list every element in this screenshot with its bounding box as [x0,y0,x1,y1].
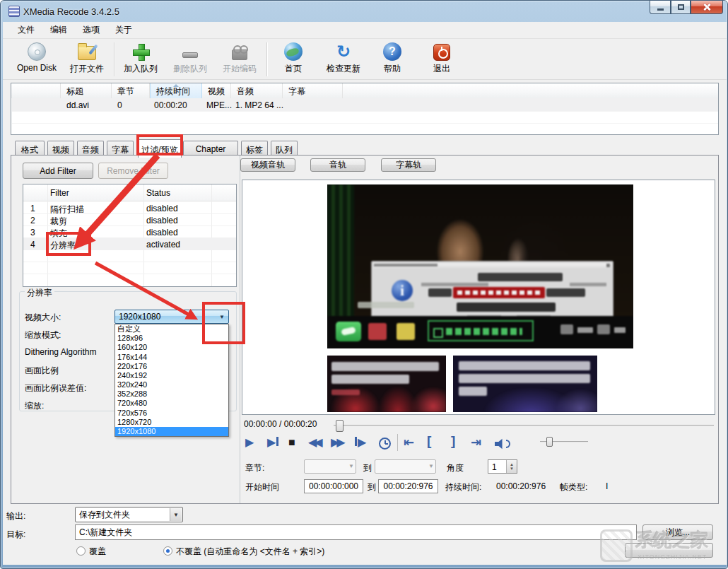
minimize-button[interactable] [650,1,671,14]
dropdown-option[interactable]: 160x120 [115,343,228,352]
dropdown-option-selected[interactable]: 1920x1080 [115,427,228,436]
toolbar-check-update-button[interactable]: ↻ 检查更新 [319,42,368,78]
no-overwrite-radio[interactable] [163,546,172,556]
filter-preview-page: Add Filter Remove Filter Filter Status 1… [11,155,719,504]
toolbar-start-encode-button[interactable]: 开始编码 [218,42,262,78]
duration-label: 持续时间: [445,481,481,493]
dropdown-option[interactable]: 352x288 [115,389,228,399]
fast-forward-button[interactable]: ▶▶ [331,435,343,450]
volume-icon[interactable] [495,438,507,450]
start-time-input[interactable]: 00:00:00:000 [304,479,363,493]
seek-slider-thumb[interactable] [336,420,344,432]
chevron-down-icon[interactable]: ▼ [170,508,182,521]
next-frame-button[interactable]: ▶ [267,435,278,450]
audio-track-button[interactable]: 音轨 [310,158,365,172]
maximize-button[interactable] [671,1,691,14]
column-header-duration[interactable]: 持续时间 [150,83,202,98]
end-time-input[interactable]: 00:00:20:976 [378,479,438,493]
filter-table[interactable]: Filter Status 1 隔行扫描 disabled 2 裁剪 disab… [23,184,237,287]
related-thumbnail [327,356,446,412]
row-num: 3 [30,228,35,237]
subtitle-track-button[interactable]: 字幕轨 [381,158,436,172]
chapter-to-combobox[interactable]: ▼ [375,459,436,474]
no-overwrite-label: 不覆盖 (自动重命名为 <文件名 + 索引>) [176,546,324,558]
stop-button[interactable]: ■ [288,435,295,450]
close-button[interactable] [691,1,723,14]
header-label: 持续时间 [156,86,190,96]
output-mode-combobox[interactable]: 保存到文件夹 ▼ [75,507,183,522]
toolbar-open-file-button[interactable]: 打开文件 [65,42,109,78]
toolbar-open-disk-button[interactable]: Open Disk [11,42,62,78]
column-header-subtitle[interactable]: 字幕 [283,83,343,98]
angle-spinner[interactable]: 1 ▲▼ [488,459,517,474]
row-num: 4 [30,240,35,250]
menu-file[interactable]: 文件 [10,22,42,38]
video-size-combobox[interactable]: 1920x1080 ▼ [115,310,229,324]
play-button[interactable]: ▶ [245,435,254,450]
dropdown-option[interactable]: 320x240 [115,380,228,389]
column-header-chapter[interactable]: 章节 [112,83,150,98]
toolbar-remove-queue-button[interactable]: 删除队列 [168,42,212,78]
obscured-button[interactable] [625,543,713,558]
column-header-audio[interactable]: 音频 [231,83,283,98]
tab-filter-preview[interactable]: 过滤/预览 [138,139,182,158]
column-line [143,184,144,286]
dropdown-option[interactable]: 240x192 [115,371,228,380]
close-icon [703,3,711,11]
seek-slider-track[interactable] [334,425,714,426]
rewind-button[interactable]: ◀◀ [308,435,320,450]
plus-icon [131,42,151,61]
resolution-group-title: 分辨率 [25,287,54,299]
goto-start-mark-button[interactable]: ⇤ [404,435,414,450]
video-size-dropdown-list[interactable]: 自定义 128x96 160x120 176x144 220x176 240x1… [115,324,229,437]
volume-slider-thumb[interactable] [546,437,553,447]
cell-audio: 1. MP2 64 ... [235,100,283,110]
info-icon: i [392,280,413,301]
toolbar-help-button[interactable]: ? 帮助 [372,42,413,78]
mark-start-button[interactable]: [ [427,434,431,448]
clock-timer-button[interactable] [379,438,391,450]
dropdown-option[interactable]: 自定义 [115,324,228,334]
target-path-input[interactable]: C:\新建文件夹 [75,524,637,540]
chevron-down-icon[interactable]: ▼ [216,311,228,322]
browse-button[interactable]: 浏览... [642,524,713,540]
filter-status: disabled [146,204,178,213]
tab-label: 音频 [82,145,99,155]
add-filter-button[interactable]: Add Filter [23,163,93,179]
dropdown-option[interactable]: 720x480 [115,399,228,408]
spinner-arrows-icon[interactable]: ▲▼ [506,460,517,473]
toolbar-separator [266,42,267,76]
mark-end-button[interactable]: ] [451,434,455,448]
dropdown-option[interactable]: 220x176 [115,362,228,371]
button-label: 音轨 [329,159,346,171]
thumbs-down-icon [597,324,610,334]
trim-to-label: 到 [368,481,376,493]
job-list[interactable]: 标题 章节 持续时间 视频 音频 字幕 dd.avi 0 00:00:20 MP… [11,83,719,135]
menu-about[interactable]: 关于 [107,22,140,38]
overwrite-radio[interactable] [76,546,86,556]
menu-options[interactable]: 选项 [75,22,107,38]
toolbar-exit-button[interactable]: 退出 [420,42,464,78]
column-header-blank [343,83,718,98]
chapter-from-combobox[interactable]: ▼ [304,459,356,474]
dropdown-option[interactable]: 1280x720 [115,418,228,427]
column-header-blank[interactable] [11,83,61,98]
menu-edit[interactable]: 编辑 [42,22,75,38]
column-header-video[interactable]: 视频 [202,83,231,98]
step-forward-button[interactable]: ▶ [355,435,366,450]
column-line [211,184,212,286]
remove-filter-button[interactable]: Remove Filter [98,163,168,179]
goto-end-mark-button[interactable]: ⇥ [471,435,481,450]
toolbar-home-button[interactable]: 首页 [273,42,314,78]
row-divider [12,123,718,124]
column-header-title[interactable]: 标题 [61,83,112,98]
row-line [23,262,236,262]
video-track-button[interactable]: 视频音轨 [240,158,295,172]
video-timestamp [358,302,414,308]
app-icon [8,6,20,17]
titlebar[interactable]: XMedia Recode 3.4.2.5 [1,1,728,22]
dropdown-option[interactable]: 720x576 [115,409,228,418]
dropdown-option[interactable]: 176x144 [115,353,228,362]
toolbar-add-queue-button[interactable]: 加入队列 [119,42,163,78]
dropdown-option[interactable]: 128x96 [115,334,228,343]
